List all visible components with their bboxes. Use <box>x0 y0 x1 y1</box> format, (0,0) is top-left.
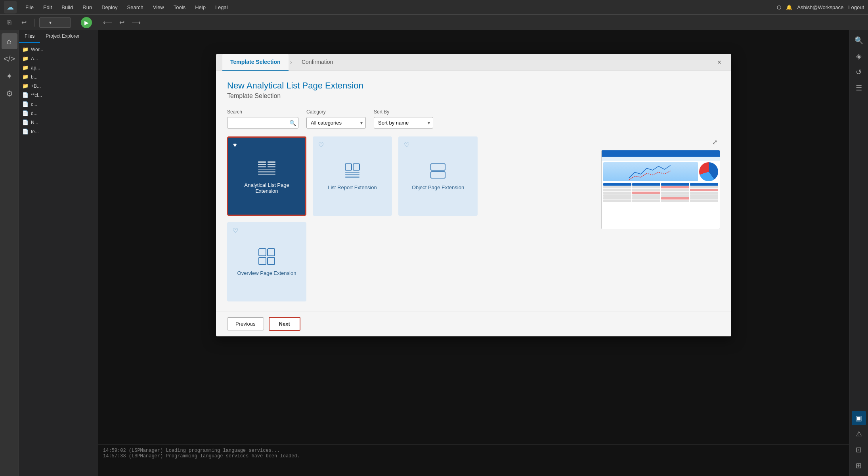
branch-arrow: ▾ <box>49 20 52 25</box>
right-search-icon[interactable]: 🔍 <box>852 33 866 48</box>
svg-rect-19 <box>259 257 266 265</box>
notification-icon[interactable]: 🔔 <box>786 4 792 10</box>
card-label-overview-page: Overview Page Extension <box>237 270 296 276</box>
search-input-wrap: 🔍 <box>227 117 298 129</box>
menu-legal[interactable]: Legal <box>211 3 232 12</box>
menu-edit[interactable]: Edit <box>39 3 56 12</box>
favorite-icon[interactable]: ♡ <box>233 227 238 234</box>
list-item[interactable]: 📄 d... <box>19 109 98 118</box>
list-item[interactable]: 📁 b... <box>19 72 98 81</box>
menu-view[interactable]: View <box>149 3 168 12</box>
mock-toolbar <box>602 157 720 161</box>
folder-icon: 📁 <box>22 83 29 89</box>
card-list-report[interactable]: ♡ List <box>313 136 392 216</box>
sortby-select[interactable]: Sort by name <box>374 117 433 129</box>
forward-icon[interactable]: ⟶ <box>130 17 141 28</box>
content-area: 14:59:02 (LSPManager) Loading programmin… <box>98 30 849 476</box>
modal-dialog: Template Selection › Confirmation × New … <box>216 54 731 336</box>
activity-settings[interactable]: ⚙ <box>2 86 17 102</box>
list-item[interactable]: 📄 te... <box>19 127 98 136</box>
file-icon: 📄 <box>22 101 29 107</box>
tab-confirmation[interactable]: Confirmation <box>294 54 341 71</box>
svg-rect-10 <box>345 164 352 170</box>
mock-chart-row <box>603 162 718 181</box>
list-item[interactable]: 📁 A... <box>19 54 98 63</box>
toolbar-sep1 <box>34 19 34 27</box>
menu-file[interactable]: File <box>21 3 38 12</box>
svg-rect-8 <box>258 173 275 173</box>
undo-icon[interactable]: ↩ <box>18 17 29 28</box>
menu-build[interactable]: Build <box>57 3 77 12</box>
category-select[interactable]: All categories <box>306 117 366 129</box>
cards-grid: ♥ <box>227 136 587 301</box>
activity-code[interactable]: </> <box>2 51 17 67</box>
card-analytical-list-page[interactable]: ♥ <box>227 136 306 216</box>
folder-icon: 📁 <box>22 56 29 61</box>
list-item[interactable]: 📄 c... <box>19 100 98 109</box>
modal-body: New Analytical List Page Extension Templ… <box>216 71 731 311</box>
right-menu-icon[interactable]: ☰ <box>852 81 866 95</box>
activity-home[interactable]: ⌂ <box>2 33 17 49</box>
favorite-icon[interactable]: ♡ <box>318 141 324 149</box>
folder-icon: 📁 <box>22 74 29 80</box>
share-icon[interactable]: ⬡ <box>777 4 781 10</box>
right-panel-icon[interactable]: ▣ <box>852 411 866 425</box>
next-button[interactable]: Next <box>269 317 300 331</box>
svg-rect-20 <box>268 257 275 265</box>
right-palette-icon[interactable]: ◈ <box>852 49 866 63</box>
svg-rect-5 <box>268 166 275 167</box>
card-overview-page[interactable]: ♡ Overview Page Extension <box>227 222 306 301</box>
logout-button[interactable]: Logout <box>848 4 864 10</box>
sidebar-item-label: +B... <box>31 83 41 89</box>
search-icon[interactable]: 🔍 <box>289 120 296 126</box>
expand-preview-button[interactable]: ⤢ <box>709 136 720 148</box>
right-bottom-icon[interactable]: ⊞ <box>852 459 866 473</box>
modal-close-button[interactable]: × <box>714 57 725 68</box>
app-logo: ☁ <box>4 1 17 13</box>
right-log-icon[interactable]: ⊡ <box>852 443 866 457</box>
menu-deploy[interactable]: Deploy <box>98 3 121 12</box>
modal-footer: Previous Next <box>216 311 731 336</box>
card-icon-analytical <box>257 158 276 177</box>
search-input[interactable] <box>227 117 298 129</box>
forward-back-icon[interactable]: ↩ <box>116 17 127 28</box>
right-refresh-icon[interactable]: ↺ <box>852 65 866 79</box>
menu-search[interactable]: Search <box>123 3 147 12</box>
activity-plugin[interactable]: ✦ <box>2 68 17 84</box>
tab-template-selection[interactable]: Template Selection <box>222 54 289 71</box>
list-item[interactable]: 📄 **cl... <box>19 90 98 100</box>
sidebar-item-label: ap... <box>31 65 40 71</box>
sidebar-item-label: d... <box>31 111 38 116</box>
right-warning-icon[interactable]: ⚠ <box>852 427 866 441</box>
menu-tools[interactable]: Tools <box>170 3 189 12</box>
category-label: Category <box>306 109 366 115</box>
file-icon: 📄 <box>22 110 29 116</box>
previous-button[interactable]: Previous <box>227 317 264 330</box>
list-item[interactable]: 📁 ap... <box>19 63 98 72</box>
modal-subtitle: Template Selection <box>227 92 720 100</box>
card-label-list-report: List Report Extension <box>328 184 377 190</box>
folder-icon: 📁 <box>22 65 29 71</box>
svg-rect-3 <box>268 161 275 163</box>
sidebar-tab-files[interactable]: Files <box>19 30 40 43</box>
file-icon: 📄 <box>22 129 29 134</box>
copy-icon[interactable]: ⎘ <box>4 17 15 28</box>
svg-rect-1 <box>258 164 266 165</box>
svg-rect-0 <box>258 161 266 163</box>
sidebar-tab-project-explorer[interactable]: Project Explorer <box>40 30 85 43</box>
back-icon[interactable]: ⟵ <box>102 17 113 28</box>
list-item[interactable]: 📁 Wor... <box>19 45 98 54</box>
file-icon: 📄 <box>22 92 29 98</box>
modal-title: New Analytical List Page Extension <box>227 81 720 91</box>
branch-dropdown[interactable]: ▾ <box>39 17 71 28</box>
card-object-page[interactable]: ♡ Object Page Extension <box>398 136 478 216</box>
run-button[interactable]: ▶ <box>81 17 92 28</box>
sidebar-item-label: c... <box>31 102 37 107</box>
favorite-icon[interactable]: ♥ <box>233 142 237 149</box>
file-icon: 📄 <box>22 119 29 125</box>
list-item[interactable]: 📁 +B... <box>19 81 98 90</box>
menu-help[interactable]: Help <box>191 3 210 12</box>
menu-run[interactable]: Run <box>78 3 96 12</box>
favorite-icon[interactable]: ♡ <box>404 141 409 149</box>
list-item[interactable]: 📄 N... <box>19 118 98 127</box>
